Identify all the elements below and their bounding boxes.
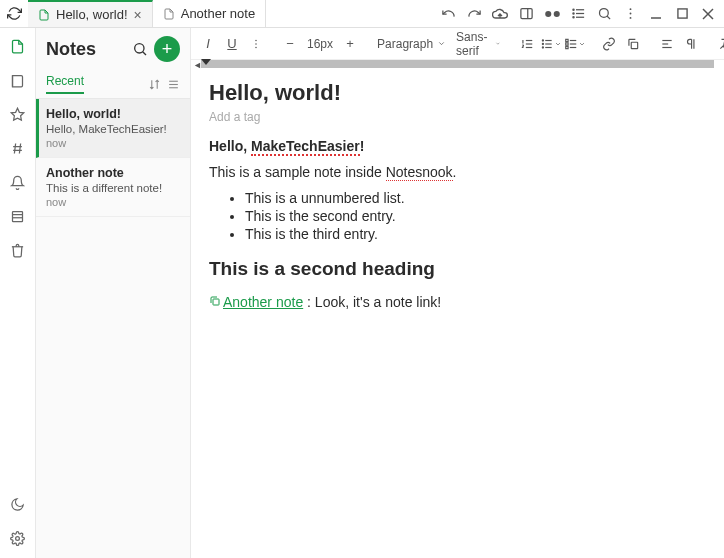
font-decrease-button[interactable]: − <box>279 32 301 56</box>
svg-line-24 <box>19 143 20 153</box>
note-item[interactable]: Hello, world! Hello, MakeTechEasier! now <box>36 99 190 158</box>
note-item[interactable]: Another note This is a different note! n… <box>36 158 190 217</box>
undo-icon[interactable] <box>436 2 460 26</box>
notes-sidebar: Notes + Recent Hello, world! Hello, Make… <box>36 28 191 558</box>
note-icon <box>38 9 50 21</box>
svg-point-9 <box>572 17 573 18</box>
more-format-icon[interactable] <box>245 32 267 56</box>
bullet-list-button[interactable] <box>540 32 562 56</box>
ruler-marker[interactable] <box>201 59 211 65</box>
svg-point-12 <box>629 8 631 10</box>
align-button[interactable] <box>656 32 678 56</box>
svg-point-8 <box>572 13 573 14</box>
bullet-list[interactable]: This is a unnumbered list. This is the s… <box>245 190 706 242</box>
svg-rect-49 <box>566 39 568 41</box>
italic-button[interactable]: I <box>197 32 219 56</box>
sync-icon[interactable] <box>0 6 28 21</box>
doc-title[interactable]: Hello, world! <box>209 80 706 106</box>
svg-point-28 <box>16 536 20 540</box>
ordered-list-button[interactable] <box>516 32 538 56</box>
svg-point-14 <box>629 17 631 19</box>
nav-notebooks-icon[interactable] <box>8 70 28 90</box>
tag-input[interactable]: Add a tag <box>209 110 706 124</box>
svg-rect-52 <box>632 42 638 48</box>
nav-settings-icon[interactable] <box>8 528 28 548</box>
direction-button[interactable] <box>680 32 702 56</box>
list-item[interactable]: This is a unnumbered list. <box>245 190 706 206</box>
font-increase-button[interactable]: + <box>339 32 361 56</box>
tab-another-note[interactable]: Another note <box>153 0 266 27</box>
body-line[interactable]: Hello, MakeTechEasier! <box>209 138 706 154</box>
svg-marker-20 <box>11 108 24 120</box>
nav-monographs-icon[interactable] <box>8 206 28 226</box>
minimize-icon[interactable] <box>644 2 668 26</box>
heading-2[interactable]: This is a second heading <box>209 258 706 280</box>
cloud-upload-icon[interactable] <box>488 2 512 26</box>
svg-point-13 <box>629 13 631 15</box>
svg-rect-56 <box>213 299 219 305</box>
nav-tags-icon[interactable] <box>8 138 28 158</box>
body-line[interactable]: This is a sample note inside Notesnook. <box>209 164 706 180</box>
note-link[interactable]: Another note <box>223 294 303 310</box>
sidebar-tab-recent[interactable]: Recent <box>46 74 84 94</box>
editor-toolbar: I U − 16px + Paragraph Sans-serif <box>191 28 724 60</box>
focus-mode-icon[interactable] <box>540 2 564 26</box>
note-item-time: now <box>46 196 180 208</box>
close-window-icon[interactable] <box>696 2 720 26</box>
svg-point-7 <box>572 9 573 10</box>
redo-icon[interactable] <box>462 2 486 26</box>
svg-rect-51 <box>566 46 568 48</box>
note-list: Hello, world! Hello, MakeTechEasier! now… <box>36 99 190 558</box>
search-icon[interactable] <box>132 41 148 57</box>
view-icon[interactable] <box>167 78 180 91</box>
nav-reminders-icon[interactable] <box>8 172 28 192</box>
note-icon <box>163 8 175 20</box>
link-button[interactable] <box>598 32 620 56</box>
note-item-title: Another note <box>46 166 180 180</box>
note-item-time: now <box>46 137 180 149</box>
sort-icon[interactable] <box>148 78 161 91</box>
add-note-button[interactable]: + <box>154 36 180 62</box>
font-size[interactable]: 16px <box>303 37 337 51</box>
svg-line-30 <box>143 52 146 55</box>
nav-rail <box>0 28 36 558</box>
tab-hello-world[interactable]: Hello, world! × <box>28 0 153 27</box>
tab-label: Hello, world! <box>56 7 128 22</box>
clear-format-button[interactable] <box>714 32 724 56</box>
note-item-preview: This is a different note! <box>46 182 180 194</box>
nav-notes-icon[interactable] <box>8 36 28 56</box>
list-icon[interactable] <box>566 2 590 26</box>
svg-point-36 <box>255 46 257 48</box>
list-item[interactable]: This is the second entry. <box>245 208 706 224</box>
nav-theme-icon[interactable] <box>8 494 28 514</box>
more-icon[interactable] <box>618 2 642 26</box>
svg-rect-16 <box>677 9 686 18</box>
svg-point-34 <box>255 39 257 41</box>
checklist-button[interactable] <box>564 32 586 56</box>
font-family-dropdown[interactable]: Sans-serif <box>452 30 504 58</box>
nav-favorites-icon[interactable] <box>8 104 28 124</box>
list-item[interactable]: This is the third entry. <box>245 226 706 242</box>
note-link-icon <box>209 294 221 310</box>
svg-point-29 <box>135 44 144 53</box>
svg-line-23 <box>14 143 15 153</box>
maximize-icon[interactable] <box>670 2 694 26</box>
svg-point-43 <box>543 39 544 40</box>
block-type-dropdown[interactable]: Paragraph <box>373 37 450 51</box>
note-item-title: Hello, world! <box>46 107 180 121</box>
document[interactable]: Hello, world! Add a tag Hello, MakeTechE… <box>191 70 724 558</box>
svg-point-45 <box>543 46 544 47</box>
svg-point-35 <box>255 43 257 45</box>
nav-trash-icon[interactable] <box>8 240 28 260</box>
svg-point-10 <box>599 9 608 18</box>
copy-button[interactable] <box>622 32 644 56</box>
search-icon[interactable] <box>592 2 616 26</box>
ruler[interactable]: ◄ <box>191 60 724 70</box>
svg-point-2 <box>545 10 551 16</box>
panel-icon[interactable] <box>514 2 538 26</box>
underline-button[interactable]: U <box>221 32 243 56</box>
close-icon[interactable]: × <box>134 7 142 23</box>
ruler-arrow-icon: ◄ <box>191 60 201 70</box>
tab-bar: Hello, world! × Another note <box>28 0 436 27</box>
body-line[interactable]: Another note : Look, it's a note link! <box>209 294 706 310</box>
